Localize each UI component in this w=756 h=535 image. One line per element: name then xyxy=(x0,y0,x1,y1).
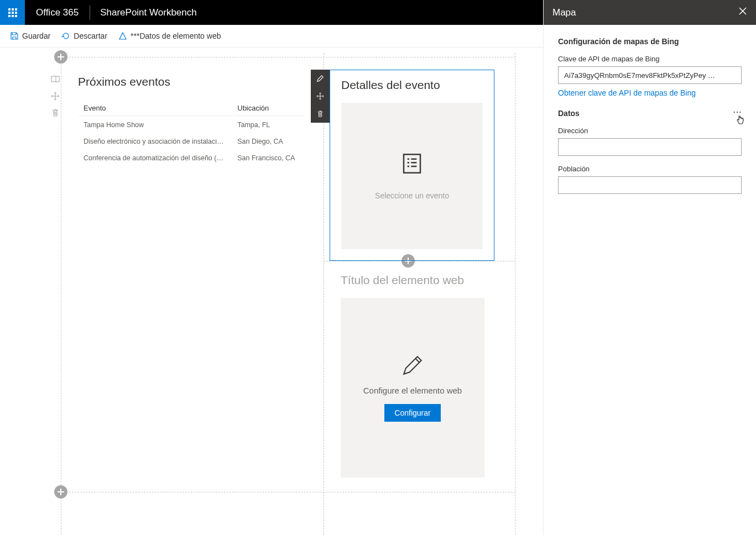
webpart-title-placeholder[interactable]: Título del elemento web xyxy=(341,274,484,287)
section-layout-icon[interactable] xyxy=(51,75,60,84)
table-row[interactable]: Tampa Home ShowTampa, FL xyxy=(79,117,304,133)
webpart-toolbar xyxy=(311,70,330,123)
event-cell: Diseño electrónico y asociación de insta… xyxy=(79,134,232,149)
trash-icon xyxy=(316,110,324,118)
svg-rect-2 xyxy=(15,8,17,11)
undo-icon xyxy=(61,32,70,40)
add-section-button[interactable] xyxy=(54,50,67,64)
move-icon[interactable] xyxy=(51,92,60,101)
placeholder-text: Configure el elemento web xyxy=(347,386,478,395)
pencil-icon xyxy=(316,75,324,82)
delete-icon[interactable] xyxy=(51,108,60,117)
move-icon xyxy=(316,92,324,100)
svg-rect-4 xyxy=(12,12,14,14)
location-cell: San Francisco, CA xyxy=(233,150,304,166)
svg-rect-5 xyxy=(15,12,17,14)
close-icon xyxy=(738,7,747,15)
col-header-event[interactable]: Evento xyxy=(79,101,232,116)
panel-title: Mapa xyxy=(552,7,576,18)
svg-rect-6 xyxy=(8,15,11,17)
event-cell: Tampa Home Show xyxy=(79,117,232,133)
app-launcher-button[interactable] xyxy=(0,0,25,25)
warning-icon xyxy=(118,32,127,40)
location-cell: San Diego, CA xyxy=(233,134,304,149)
col-header-location[interactable]: Ubicación xyxy=(233,101,304,116)
field-label: Población xyxy=(558,165,742,173)
cmd-label: Guardar xyxy=(22,32,50,40)
property-panel: Mapa Configuración de mapas de Bing Clav… xyxy=(543,0,756,535)
cmd-label: ***Datos de elemento web xyxy=(131,32,221,40)
event-details-webpart[interactable]: Detalles del evento Seleccione un evento xyxy=(330,70,494,261)
svg-rect-3 xyxy=(8,12,11,14)
webpart-title[interactable]: Detalles del evento xyxy=(341,78,483,92)
svg-rect-0 xyxy=(8,8,11,11)
events-table: Evento Ubicación Tampa Home ShowTampa, F… xyxy=(78,99,305,167)
cmd-label: Descartar xyxy=(74,32,107,40)
cursor-pointer-icon xyxy=(736,115,744,127)
brand-label[interactable]: Office 365 xyxy=(25,6,90,20)
section-heading: Configuración de mapas de Bing xyxy=(558,37,742,46)
list-icon xyxy=(401,153,423,175)
bing-api-key-input[interactable] xyxy=(558,66,742,84)
event-cell: Conferencia de automatización del diseño… xyxy=(79,150,232,166)
svg-rect-1 xyxy=(12,8,14,11)
field-label: Dirección xyxy=(558,127,742,135)
discard-button[interactable]: Descartar xyxy=(61,32,107,40)
get-api-key-link[interactable]: Obtener clave de API de mapas de Bing xyxy=(558,88,696,97)
table-row[interactable]: Conferencia de automatización del diseño… xyxy=(79,150,304,166)
svg-rect-8 xyxy=(15,15,17,17)
edit-webpart-button[interactable] xyxy=(311,70,330,87)
city-input[interactable] xyxy=(558,176,742,194)
close-panel-button[interactable] xyxy=(738,7,747,18)
section-heading: Datos xyxy=(558,109,742,118)
pencil-icon xyxy=(401,354,424,377)
upcoming-events-webpart: Próximos eventos Evento Ubicación Tampa … xyxy=(67,70,316,172)
save-icon xyxy=(10,32,19,40)
location-cell: Tampa, FL xyxy=(233,117,304,133)
app-label: SharePoint Workbench xyxy=(90,7,207,18)
placeholder-text: Seleccione un evento xyxy=(375,191,449,200)
waffle-icon xyxy=(8,8,17,17)
field-label: Clave de API de mapas de Bing xyxy=(558,55,742,63)
configure-placeholder: Configure el elemento web Configurar xyxy=(341,298,484,478)
svg-rect-14 xyxy=(51,76,59,82)
map-webpart: Título del elemento web Configure el ele… xyxy=(330,271,496,483)
table-row[interactable]: Diseño electrónico y asociación de insta… xyxy=(79,134,304,149)
svg-rect-15 xyxy=(404,154,420,172)
move-webpart-button[interactable] xyxy=(311,87,330,105)
address-input[interactable] xyxy=(558,138,742,156)
svg-rect-7 xyxy=(12,15,14,17)
delete-webpart-button[interactable] xyxy=(311,105,330,123)
empty-state: Seleccione un evento xyxy=(341,103,483,249)
save-button[interactable]: Guardar xyxy=(10,32,50,40)
configure-button[interactable]: Configurar xyxy=(384,404,440,422)
webpart-title[interactable]: Próximos eventos xyxy=(78,75,305,88)
webpart-data-button[interactable]: ***Datos de elemento web xyxy=(118,32,221,40)
add-section-button[interactable] xyxy=(54,485,67,499)
